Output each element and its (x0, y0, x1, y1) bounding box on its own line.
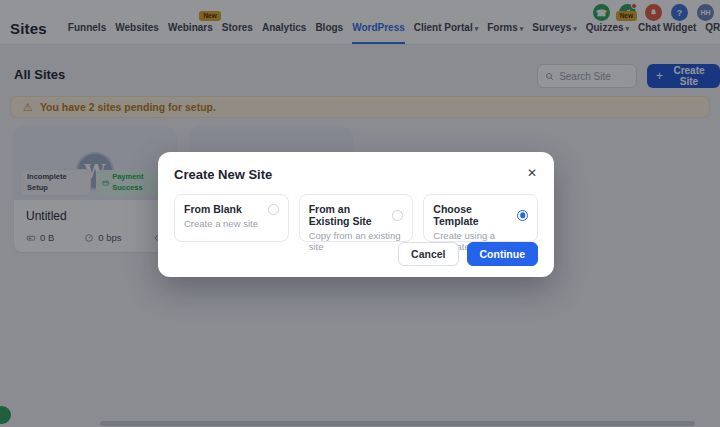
create-new-site-modal: Create New Site ✕ From Blank Create a ne… (158, 152, 554, 277)
modal-footer: Cancel Continue (398, 242, 538, 266)
radio-from-blank[interactable] (268, 204, 279, 215)
radio-from-existing-site[interactable] (392, 210, 403, 221)
modal-title: Create New Site (174, 167, 272, 182)
radio-choose-template[interactable] (517, 210, 528, 221)
option-from-blank[interactable]: From Blank Create a new site (174, 194, 289, 242)
cancel-button[interactable]: Cancel (398, 242, 458, 266)
continue-button[interactable]: Continue (467, 242, 539, 266)
site-creation-options: From Blank Create a new site From an Exi… (174, 194, 538, 242)
option-from-existing-site[interactable]: From an Existing Site Copy from an exist… (299, 194, 414, 242)
option-choose-template[interactable]: Choose Template Create using a template (423, 194, 538, 242)
app-window: ☎ ? HH Sites Funnels Websites WebinarsNe… (0, 0, 720, 427)
close-icon[interactable]: ✕ (525, 164, 539, 182)
